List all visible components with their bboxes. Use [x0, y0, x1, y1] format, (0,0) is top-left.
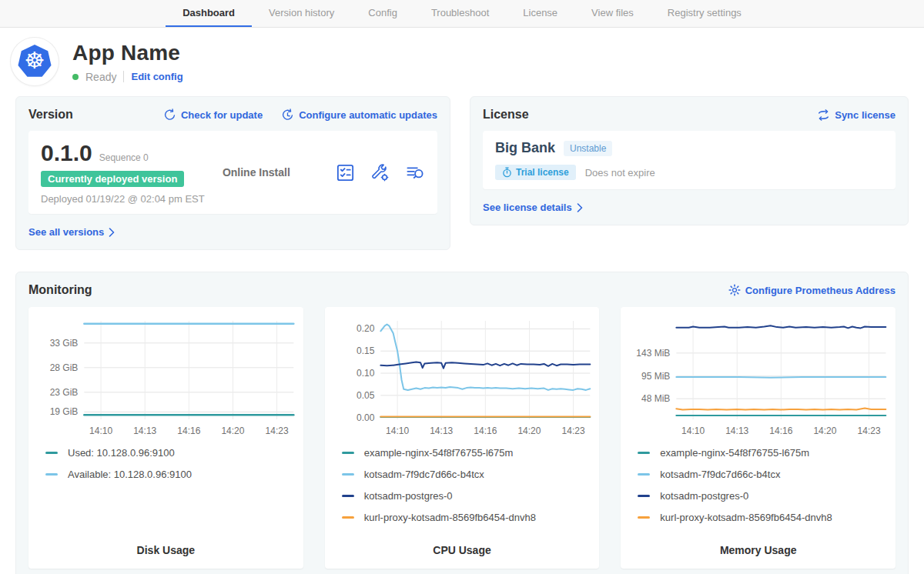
svg-text:14:20: 14:20 — [814, 425, 837, 436]
legend-item: example-nginx-54f8f76755-l675m — [638, 447, 889, 459]
legend-label: kotsadm-7f9dc7d66c-b4tcx — [660, 469, 780, 480]
divider — [123, 71, 124, 82]
svg-text:14:16: 14:16 — [177, 425, 200, 436]
svg-text:0.15: 0.15 — [357, 345, 375, 356]
chart-card-cpu-usage: 0.000.050.100.150.2014:1014:1314:1614:20… — [325, 307, 600, 569]
svg-text:14:23: 14:23 — [266, 425, 289, 436]
tab-registry-settings[interactable]: Registry settings — [651, 0, 758, 27]
status-dot-icon — [72, 74, 79, 80]
see-all-versions-link[interactable]: See all versions — [28, 226, 115, 238]
svg-text:95 MiB: 95 MiB — [641, 371, 670, 382]
kubernetes-logo-icon: ☸ — [17, 44, 52, 79]
legend-dash-icon — [638, 452, 650, 454]
legend-dash-icon — [45, 473, 58, 476]
legend-dash-icon — [638, 495, 650, 497]
tab-view-files[interactable]: View files — [574, 0, 651, 27]
tab-dashboard[interactable]: Dashboard — [166, 0, 252, 27]
svg-text:14:20: 14:20 — [221, 425, 244, 436]
line-chart: 48 MiB95 MiB143 MiB14:1014:1314:1614:201… — [627, 316, 889, 439]
legend-label: kurl-proxy-kotsadm-8569fb6454-dnvh8 — [364, 512, 536, 523]
legend-item: kotsadm-postgres-0 — [638, 490, 889, 502]
chart-legend: Used: 10.128.0.96:9100Available: 10.128.… — [45, 447, 297, 490]
version-sequence: Sequence 0 — [99, 152, 149, 163]
deployed-timestamp: Deployed 01/19/22 @ 02:04 pm EST — [41, 193, 205, 205]
see-license-details-link[interactable]: See license details — [483, 202, 583, 213]
version-number: 0.1.0 — [41, 140, 92, 166]
deployed-badge: Currently deployed version — [41, 171, 184, 187]
legend-dash-icon — [342, 452, 354, 454]
refresh-icon — [163, 108, 176, 122]
preflight-checks-icon[interactable] — [336, 163, 355, 182]
legend-item: Available: 10.128.0.96:9100 — [45, 469, 297, 480]
legend-item: kurl-proxy-kotsadm-8569fb6454-dnvh8 — [638, 512, 889, 523]
svg-text:23 GiB: 23 GiB — [50, 387, 79, 398]
svg-text:48 MiB: 48 MiB — [641, 393, 670, 404]
view-logs-icon[interactable] — [405, 163, 425, 182]
svg-text:14:16: 14:16 — [474, 425, 497, 436]
charts-row: 19 GiB23 GiB28 GiB33 GiB14:1014:1314:161… — [28, 307, 896, 569]
legend-label: Available: 10.128.0.96:9100 — [68, 469, 192, 480]
chevron-right-icon — [577, 203, 583, 212]
svg-text:33 GiB: 33 GiB — [50, 338, 79, 349]
configure-automatic-updates-button[interactable]: Configure automatic updates — [281, 108, 437, 122]
legend-label: kurl-proxy-kotsadm-8569fb6454-dnvh8 — [660, 512, 832, 523]
svg-text:14:16: 14:16 — [770, 425, 793, 436]
svg-text:14:13: 14:13 — [430, 425, 453, 436]
legend-item: kotsadm-postgres-0 — [342, 490, 594, 502]
tab-version-history[interactable]: Version history — [252, 0, 351, 27]
legend-label: example-nginx-54f8f76755-l675m — [660, 447, 809, 459]
chevron-right-icon — [109, 228, 115, 237]
legend-label: kotsadm-postgres-0 — [364, 490, 453, 502]
app-icon: ☸ — [11, 38, 59, 85]
chart-title: CPU Usage — [331, 536, 594, 556]
version-card-title: Version — [28, 108, 73, 122]
tab-license[interactable]: License — [506, 0, 574, 27]
legend-item: kurl-proxy-kotsadm-8569fb6454-dnvh8 — [342, 512, 594, 523]
line-chart: 19 GiB23 GiB28 GiB33 GiB14:1014:1314:161… — [35, 316, 297, 439]
svg-text:0.00: 0.00 — [357, 412, 375, 423]
app-title-block: App Name Ready Edit config — [72, 41, 183, 83]
edit-config-link[interactable]: Edit config — [131, 71, 182, 82]
edit-config-icon[interactable] — [370, 163, 390, 182]
legend-label: example-nginx-54f8f76755-l675m — [364, 447, 514, 459]
sync-license-button[interactable]: Sync license — [817, 109, 896, 121]
version-card: Version Check for update Configure autom… — [15, 96, 450, 250]
legend-item: kotsadm-7f9dc7d66c-b4tcx — [638, 469, 889, 480]
license-type-badge: Trial license — [495, 165, 576, 180]
svg-text:14:10: 14:10 — [386, 425, 409, 436]
configure-prometheus-button[interactable]: Configure Prometheus Address — [728, 284, 896, 296]
current-version-panel: 0.1.0 Sequence 0 Currently deployed vers… — [28, 131, 437, 214]
legend-dash-icon — [342, 473, 354, 476]
monitoring-title: Monitoring — [28, 283, 92, 297]
svg-text:0.05: 0.05 — [357, 390, 375, 401]
app-title: App Name — [72, 41, 183, 65]
tab-config[interactable]: Config — [351, 0, 414, 27]
stopwatch-icon — [502, 167, 512, 178]
svg-text:14:23: 14:23 — [858, 425, 881, 436]
channel-badge: Unstable — [564, 141, 612, 156]
license-card: License Sync license Big Bank Unstable T… — [470, 96, 909, 225]
legend-dash-icon — [45, 452, 58, 454]
svg-text:14:13: 14:13 — [726, 425, 749, 436]
svg-text:28 GiB: 28 GiB — [50, 362, 79, 373]
license-card-title: License — [483, 108, 529, 122]
chart-legend: example-nginx-54f8f76755-l675mkotsadm-7f… — [638, 447, 889, 533]
svg-text:143 MiB: 143 MiB — [637, 348, 671, 359]
monitoring-section: Monitoring Configure Prometheus Address … — [15, 272, 909, 574]
app-header: ☸ App Name Ready Edit config — [0, 28, 924, 95]
legend-item: Used: 10.128.0.96:9100 — [45, 447, 297, 459]
legend-label: kotsadm-7f9dc7d66c-b4tcx — [364, 469, 484, 480]
svg-text:14:23: 14:23 — [561, 425, 584, 436]
tab-troubleshoot[interactable]: Troubleshoot — [414, 0, 506, 27]
chart-card-disk-usage: 19 GiB23 GiB28 GiB33 GiB14:1014:1314:161… — [28, 307, 303, 569]
chart-title: Disk Usage — [35, 536, 297, 556]
legend-dash-icon — [638, 516, 650, 519]
legend-label: kotsadm-postgres-0 — [660, 490, 748, 502]
svg-text:0.10: 0.10 — [357, 368, 375, 379]
check-for-update-button[interactable]: Check for update — [163, 108, 263, 122]
legend-dash-icon — [342, 495, 354, 497]
top-nav: DashboardVersion historyConfigTroublesho… — [0, 0, 924, 28]
expiry-text: Does not expire — [585, 167, 655, 179]
customer-name: Big Bank — [495, 140, 555, 156]
status-text: Ready — [85, 71, 116, 83]
